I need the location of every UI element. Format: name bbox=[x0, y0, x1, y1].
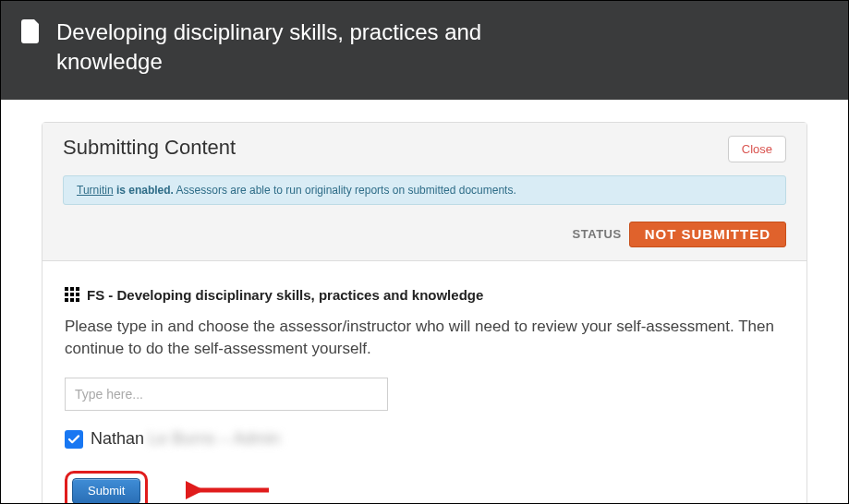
turnitin-link[interactable]: Turnitin bbox=[77, 184, 114, 197]
assessor-checkbox[interactable] bbox=[65, 430, 83, 449]
turnitin-info: Turnitin is enabled. Assessors are able … bbox=[63, 175, 786, 205]
assessor-search-input[interactable] bbox=[65, 378, 388, 411]
submit-panel: Submitting Content Close Turnitin is ena… bbox=[42, 122, 807, 504]
info-rest: Assessors are able to run originality re… bbox=[174, 184, 516, 197]
submit-highlight: Submit bbox=[65, 471, 148, 504]
submit-button[interactable]: Submit bbox=[72, 478, 140, 504]
svg-rect-7 bbox=[70, 298, 74, 302]
svg-rect-5 bbox=[76, 293, 79, 296]
status-label: STATUS bbox=[573, 227, 622, 241]
svg-rect-8 bbox=[76, 298, 79, 302]
svg-rect-3 bbox=[65, 293, 68, 296]
section-title: FS - Developing disciplinary skills, pra… bbox=[87, 287, 483, 303]
check-icon bbox=[67, 433, 80, 446]
instructions-text: Please type in and choose the assessor/i… bbox=[65, 316, 784, 361]
info-strong: is enabled. bbox=[114, 184, 174, 197]
panel-title: Submitting Content bbox=[63, 136, 236, 160]
svg-rect-6 bbox=[65, 298, 68, 302]
svg-rect-0 bbox=[65, 287, 68, 291]
svg-rect-2 bbox=[76, 287, 79, 291]
rubric-icon bbox=[65, 287, 79, 302]
page-title: Developing disciplinary skills, practice… bbox=[56, 18, 574, 78]
svg-rect-4 bbox=[70, 293, 74, 296]
annotation-arrow-icon bbox=[186, 474, 278, 504]
assessor-row[interactable]: Nathan Le Burns – Admin bbox=[65, 429, 784, 449]
document-icon bbox=[21, 19, 42, 47]
assessor-name: Nathan Le Burns – Admin bbox=[91, 429, 280, 449]
page-header: Developing disciplinary skills, practice… bbox=[1, 1, 848, 100]
status-badge: NOT SUBMITTED bbox=[629, 222, 786, 247]
svg-rect-1 bbox=[70, 287, 74, 291]
close-button[interactable]: Close bbox=[728, 136, 786, 162]
